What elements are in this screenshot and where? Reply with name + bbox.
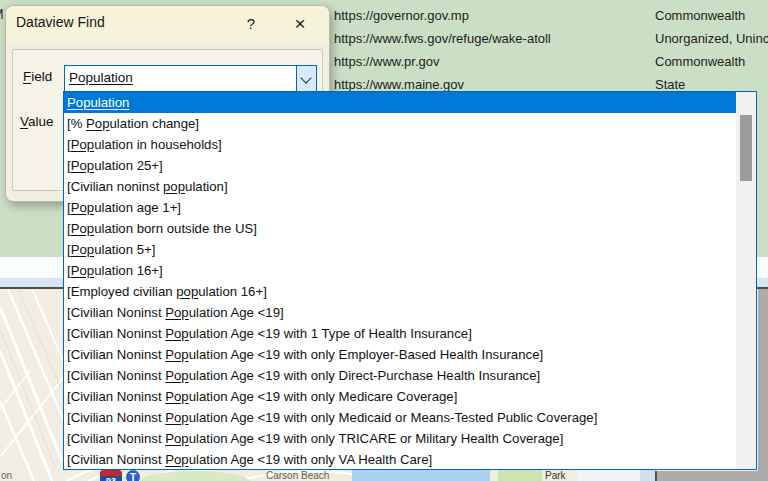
option-match-text: Pop (165, 431, 188, 446)
app-window: https://www.guam.gov Territory https://g… (0, 0, 768, 481)
value-label: Value (20, 114, 54, 129)
table-cell-type: Commonwealth (655, 50, 745, 73)
dropdown-scrollbar[interactable] (736, 92, 756, 469)
option-text: ulation Age <19 with only TRICARE or Mil… (189, 431, 564, 446)
option-text: [Civilian Noninst (67, 410, 165, 425)
chevron-down-icon (300, 72, 311, 83)
dropdown-option[interactable]: [Population 25+] (64, 155, 736, 176)
dropdown-option[interactable]: [Population in households] (64, 134, 736, 155)
table-cell-url: https://www.fws.gov/refuge/wake-atoll (334, 27, 551, 50)
side-panel-edge (758, 289, 768, 481)
option-text: ulation age 1+] (94, 200, 181, 215)
option-match-text: Pop (71, 158, 94, 173)
dropdown-option[interactable]: [Population 5+] (64, 239, 736, 260)
option-match-text: Pop (71, 221, 94, 236)
field-combobox[interactable]: Population (64, 65, 317, 92)
option-match-text: Pop (165, 326, 188, 341)
option-text: [Civilian Noninst (67, 347, 165, 362)
shield-number: 93 (106, 476, 116, 481)
dropdown-option[interactable]: [Civilian Noninst Population Age <19 wit… (64, 344, 736, 365)
option-text: ulation in households] (94, 137, 222, 152)
dropdown-option[interactable]: [Employed civilian population 16+] (64, 281, 736, 302)
option-text: ulation Age <19] (189, 305, 284, 320)
dropdown-option[interactable]: [Population age 1+] (64, 197, 736, 218)
bottom-panel-edge (655, 471, 768, 481)
table-cell-url: https://governor.gov.mp (334, 4, 469, 27)
option-match-text: Pop (165, 452, 188, 467)
scrollbar-thumb[interactable] (740, 115, 752, 181)
option-match-text: Pop (165, 410, 188, 425)
option-text: ulation 16+] (198, 284, 267, 299)
dropdown-option[interactable]: [Civilian Noninst Population Age <19] (64, 302, 736, 323)
interstate-93-shield: 93 (100, 470, 122, 481)
option-match-text: pop (163, 179, 185, 194)
option-match-text: Pop (86, 116, 109, 131)
option-match-text: Pop (165, 368, 188, 383)
field-label: Field (23, 69, 52, 84)
dropdown-option[interactable]: [Civilian Noninst Population Age <19 wit… (64, 323, 736, 344)
field-combobox-value: Population (69, 70, 133, 85)
combobox-dropdown-button[interactable] (296, 66, 316, 91)
option-text: [% (67, 116, 86, 131)
option-text: [Civilian Noninst (67, 326, 165, 341)
field-dropdown-list: Population [% Population change] [Popula… (63, 91, 757, 470)
dropdown-option[interactable]: [% Population change] (64, 113, 736, 134)
option-text: [Civilian Noninst (67, 368, 165, 383)
t-icon-letter: T (130, 472, 136, 481)
option-match-text: Pop (71, 263, 94, 278)
street-label-fragment: on (1, 470, 12, 481)
option-match-text: Population (67, 95, 129, 110)
dialog-title: Dataview Find (16, 14, 105, 30)
dropdown-option[interactable]: [Population born outside the US] (64, 218, 736, 239)
dropdown-option[interactable]: [Civilian Noninst Population Age <19 wit… (64, 407, 736, 428)
option-match-text: Pop (165, 305, 188, 320)
transit-station-icon: T (126, 470, 141, 481)
option-text: ulation] (185, 179, 228, 194)
option-text: [Civilian Noninst (67, 305, 165, 320)
dropdown-option[interactable]: [Civilian noninst population] (64, 176, 736, 197)
dialog-titlebar[interactable]: Dataview Find ? × (6, 6, 329, 42)
option-text: ulation Age <19 with only Medicaid or Me… (189, 410, 598, 425)
dropdown-option-selected[interactable]: Population (64, 92, 736, 113)
dropdown-option[interactable]: [Population 16+] (64, 260, 736, 281)
help-button[interactable]: ? (239, 12, 263, 36)
option-text: [Civilian noninst (67, 179, 163, 194)
option-match-text: Pop (165, 347, 188, 362)
option-match-text: pop (176, 284, 198, 299)
dropdown-option[interactable]: [Civilian Noninst Population Age <19 wit… (64, 386, 736, 407)
table-cell-url: https://www.pr.gov (334, 50, 440, 73)
table-cell-type: Commonwealth (655, 4, 745, 27)
option-text: ulation Age <19 with 1 Type of Health In… (189, 326, 472, 341)
option-text: ulation 25+] (94, 158, 163, 173)
dropdown-option[interactable]: [Civilian Noninst Population Age <19 wit… (64, 449, 736, 470)
carson-beach-label: Carson Beach (266, 470, 329, 481)
option-text: ulation Age <19 with only Direct-Purchas… (189, 368, 541, 383)
option-text: [Civilian Noninst (67, 431, 165, 446)
option-match-text: Pop (71, 200, 94, 215)
dropdown-option[interactable]: [Civilian Noninst Population Age <19 wit… (64, 365, 736, 386)
option-match-text: Pop (165, 389, 188, 404)
option-text: ulation Age <19 with only Employer-Based… (189, 347, 543, 362)
table-cell-type: Unorganized, Uninco (655, 27, 768, 50)
dropdown-option[interactable]: [Civilian Noninst Population Age <19 wit… (64, 428, 736, 449)
park-label: Park (545, 470, 567, 481)
dropdown-options: Population [% Population change] [Popula… (64, 92, 736, 470)
option-text: [Employed civilian (67, 284, 176, 299)
option-match-text: Pop (71, 137, 94, 152)
option-text: ulation 5+] (94, 242, 155, 257)
option-text: ulation 16+] (94, 263, 163, 278)
option-text: ulation Age <19 with only VA Health Care… (189, 452, 433, 467)
option-match-text: Pop (71, 242, 94, 257)
close-button[interactable]: × (286, 11, 314, 37)
option-text: ulation Age <19 with only Medicare Cover… (189, 389, 458, 404)
option-text: ulation change] (110, 116, 199, 131)
option-text: ulation born outside the US] (94, 221, 257, 236)
option-text: [Civilian Noninst (67, 389, 165, 404)
option-text: [Civilian Noninst (67, 452, 165, 467)
